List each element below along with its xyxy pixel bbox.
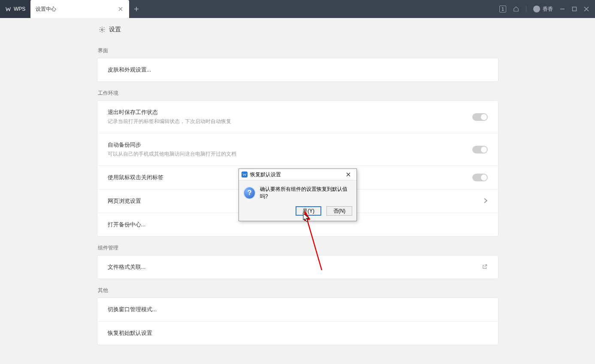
row-exit-save-title: 退出时保存工作状态 <box>108 108 231 116</box>
close-icon <box>346 172 350 177</box>
tab-wps-label: WPS <box>14 6 25 12</box>
close-window-icon[interactable] <box>584 6 589 12</box>
row-skin-label: 皮肤和外观设置... <box>108 66 151 74</box>
avatar-icon <box>533 6 540 12</box>
dialog-title: 恢复默认设置 <box>250 171 281 178</box>
section-label-other: 其他 <box>98 287 498 294</box>
titlebar: WPS 设置中心 1 香香 <box>0 0 595 18</box>
dialog-yes-button[interactable]: 是(Y) <box>296 206 321 216</box>
new-tab-button[interactable] <box>129 0 144 18</box>
close-icon <box>118 7 123 11</box>
user-menu[interactable]: 香香 <box>533 6 553 13</box>
tab-wps[interactable]: WPS <box>0 0 30 18</box>
row-restore-defaults-label: 恢复初始默认设置 <box>108 329 152 337</box>
maximize-icon[interactable] <box>572 6 577 12</box>
chevron-right-icon <box>483 198 488 205</box>
home-icon[interactable] <box>513 6 519 12</box>
row-web-browse-label: 网页浏览设置 <box>108 197 141 205</box>
tabstrip: WPS 设置中心 <box>0 0 144 18</box>
card-other: 切换窗口管理模式... 恢复初始默认设置 <box>97 298 498 345</box>
dialog-message: 确认要将所有组件的设置恢复到默认值吗? <box>260 186 352 200</box>
row-window-mode-label: 切换窗口管理模式... <box>108 306 157 313</box>
row-auto-backup-sub: 可以从自己的手机或其他电脑访问这台电脑打开过的文档 <box>108 150 236 158</box>
tab-settings-center[interactable]: 设置中心 <box>30 0 129 18</box>
row-exit-save-sub: 记录当前打开的标签和编辑状态，下次启动时自动恢复 <box>108 118 231 125</box>
window-controls: 1 香香 <box>493 0 595 18</box>
row-auto-backup-title: 自动备份同步 <box>108 141 236 149</box>
page-title: 设置 <box>109 26 121 33</box>
card-component: 文件格式关联... <box>97 255 498 279</box>
external-link-icon <box>482 264 488 271</box>
tab-settings-label: 设置中心 <box>36 6 56 13</box>
section-label-interface: 界面 <box>98 47 498 54</box>
row-dblclick-label: 使用鼠标双击关闭标签 <box>108 174 163 181</box>
row-window-mode[interactable]: 切换窗口管理模式... <box>97 298 498 321</box>
separator <box>526 6 526 12</box>
dialog-body: ? 确认要将所有组件的设置恢复到默认值吗? <box>239 180 356 203</box>
question-icon: ? <box>243 187 256 199</box>
page-title-row: 设置 <box>97 18 498 39</box>
toggle-auto-backup[interactable] <box>472 146 488 153</box>
dialog-titlebar[interactable]: 恢复默认设置 <box>239 169 356 180</box>
dialog-close-button[interactable] <box>343 171 354 178</box>
dialog-no-button[interactable]: 否(N) <box>326 206 352 216</box>
svg-point-1 <box>101 29 103 30</box>
svg-rect-0 <box>573 7 577 11</box>
section-label-component: 组件管理 <box>98 244 498 252</box>
row-auto-backup: 自动备份同步 可以从自己的手机或其他电脑访问这台电脑打开过的文档 <box>97 133 498 165</box>
toggle-dblclick-close[interactable] <box>472 174 488 181</box>
row-restore-defaults[interactable]: 恢复初始默认设置 <box>97 321 498 345</box>
dialog-restore-defaults: 恢复默认设置 ? 确认要将所有组件的设置恢复到默认值吗? 是(Y) 否(N) <box>239 168 357 221</box>
notification-badge[interactable]: 1 <box>499 6 506 12</box>
tab-close-button[interactable] <box>117 6 124 12</box>
minimize-icon[interactable] <box>560 6 565 12</box>
row-skin-appearance[interactable]: 皮肤和外观设置... <box>97 58 498 81</box>
row-open-backup-label: 打开备份中心... <box>108 221 146 229</box>
plus-icon <box>134 6 139 12</box>
wps-app-icon <box>242 171 248 177</box>
gear-icon <box>99 26 106 33</box>
row-file-assoc-label: 文件格式关联... <box>108 263 146 271</box>
row-file-format-assoc[interactable]: 文件格式关联... <box>97 256 498 279</box>
dialog-actions: 是(Y) 否(N) <box>239 203 356 221</box>
section-label-work-env: 工作环境 <box>98 90 498 97</box>
username-label: 香香 <box>543 6 553 13</box>
row-exit-save-state: 退出时保存工作状态 记录当前打开的标签和编辑状态，下次启动时自动恢复 <box>97 101 498 133</box>
toggle-exit-save[interactable] <box>472 113 488 121</box>
wps-logo-icon <box>5 6 11 12</box>
card-interface: 皮肤和外观设置... <box>97 58 498 82</box>
